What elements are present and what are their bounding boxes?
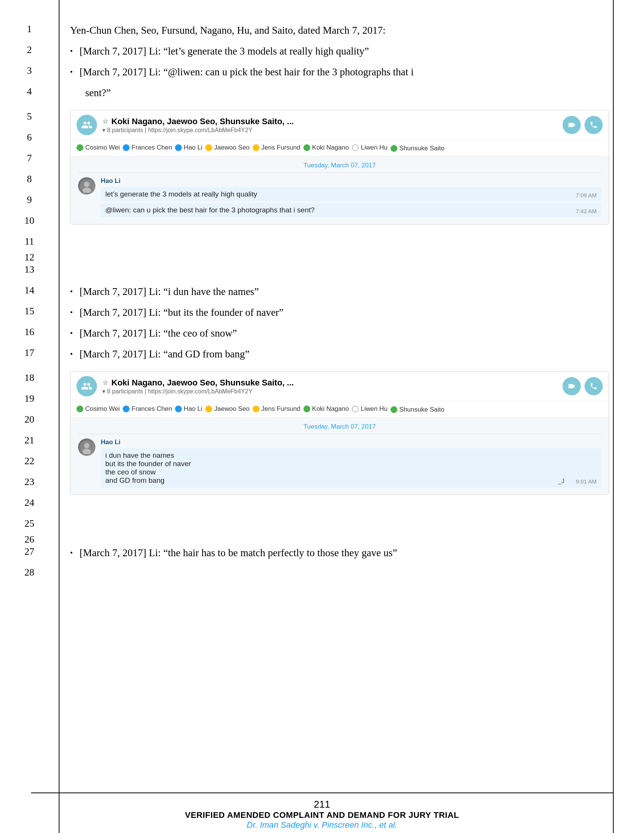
emoji-icon-2: _J	[558, 478, 564, 485]
line-num-5: 5	[27, 106, 32, 127]
chat-msg-2-1: but its the founder of naver	[105, 460, 597, 468]
status-liwen-hu-2	[352, 405, 359, 412]
line-row-27: 27 • [March 7, 2017] Li: “the hair has t…	[59, 545, 613, 566]
line-row-17: 17 • [March 7, 2017] Li: “and GD from ba…	[59, 346, 613, 367]
phone-icon-2	[589, 382, 598, 391]
video-call-btn-2[interactable]	[563, 377, 581, 395]
skype-avatar-2	[77, 376, 97, 396]
line-num-8: 8	[27, 169, 32, 189]
status-koki-nagano-2	[303, 405, 310, 412]
phone-call-btn-2[interactable]	[584, 377, 603, 395]
chat-message-group-2: Hao Li i dun have the names but its the …	[78, 439, 601, 489]
chat-multi-bubble-2: i dun have the names but its the founder…	[101, 448, 601, 488]
line-num-1: 1	[0, 23, 59, 35]
star-icon-1: ☆	[102, 117, 108, 126]
footer-title: VERIFIED AMENDED COMPLAINT AND DEMAND FO…	[31, 810, 613, 820]
line-num-10: 10	[25, 210, 34, 231]
chat-msg-2-3: and GD from bang	[105, 476, 164, 485]
participant-shunsuke-saito-2: Shunsuke Saito	[391, 406, 444, 413]
status-hao-li-1	[175, 144, 182, 151]
star-icon-2: ☆	[102, 379, 108, 387]
chat-bubble-1-1: @liwen: can u pick the best hair for the…	[101, 203, 601, 217]
status-jens-fursund-1	[253, 144, 259, 151]
group-icon-1	[81, 119, 92, 130]
line-num-16: 16	[0, 326, 59, 338]
hao-li-avatar-1	[78, 177, 95, 195]
status-cosimo-wei-1	[77, 144, 83, 151]
chat-time-emoji-row: _J 9:01 AM	[558, 478, 597, 485]
chat-sender-name-1: Hao Li	[101, 177, 601, 185]
line-num-9: 9	[27, 189, 32, 210]
content-area: 1 Yen-Chun Chen, Seo, Fursund, Nagano, H…	[59, 0, 613, 793]
bullet-text-15: [March 7, 2017] Li: “but its the founder…	[80, 305, 283, 320]
chat-messages-content-1: Hao Li let’s generate the 3 models at re…	[101, 177, 601, 219]
chat-bubble-text-1-1: @liwen: can u pick the best hair for the…	[105, 206, 315, 214]
participant-shunsuke-saito-1: Shunsuke Saito	[391, 145, 444, 152]
chat-messages-1: Tuesday, March 07, 2017	[71, 156, 609, 224]
line-nums-5-12: 5 6 7 8 9 10 11 12	[0, 106, 59, 263]
bullet-text-17: [March 7, 2017] Li: “and GD from bang”	[80, 346, 249, 362]
line-num-7: 7	[27, 148, 32, 169]
bullet-item-14: • [March 7, 2017] Li: “i dun have the na…	[70, 284, 609, 299]
hao-li-avatar-img-1	[78, 177, 95, 195]
status-shunsuke-saito-1	[391, 145, 398, 152]
bullet-dot-16: •	[70, 328, 73, 339]
participants-row-2: Cosimo Wei Frances Chen Hao Li Jaew	[71, 401, 609, 417]
line-num-18: 18	[25, 367, 34, 388]
status-jaewoo-seo-1	[205, 144, 212, 151]
line-num-20: 20	[25, 409, 34, 430]
participant-hao-li-2: Hao Li	[175, 404, 202, 413]
participant-frances-chen-2: Frances Chen	[123, 404, 172, 413]
hao-li-avatar-svg-1	[80, 179, 93, 193]
status-cosimo-wei-2	[77, 405, 83, 412]
chat-msg-2-0: i dun have the names	[105, 451, 597, 460]
page-container: 1 Yen-Chun Chen, Seo, Fursund, Nagano, H…	[0, 0, 644, 833]
line-num-27: 27	[0, 545, 59, 557]
participants-row-1: Cosimo Wei Frances Chen Hao Li Jaew	[71, 140, 609, 156]
line-row-3: 3 • [March 7, 2017] Li: “@liwen: can u p…	[59, 64, 613, 85]
bullet-dot-27: •	[70, 547, 73, 558]
status-jaewoo-seo-2	[205, 405, 212, 412]
bullet-dot-3: •	[70, 66, 73, 78]
participant-frances-chen-1: Frances Chen	[123, 143, 172, 152]
bullet-dot-14: •	[70, 286, 73, 297]
svg-point-1	[84, 182, 89, 187]
line-num-25: 25	[25, 513, 34, 534]
bullet-dot-15: •	[70, 307, 73, 318]
skype-header-info-1: ☆ Koki Nagano, Jaewoo Seo, Shunsuke Sait…	[102, 117, 557, 133]
status-frances-chen-2	[123, 405, 130, 412]
skype-box-1[interactable]: ☆ Koki Nagano, Jaewoo Seo, Shunsuke Sait…	[70, 110, 609, 225]
participant-jaewoo-seo-2: Jaewoo Seo	[205, 404, 250, 413]
bullet-item-17: • [March 7, 2017] Li: “and GD from bang”	[70, 346, 609, 362]
page-footer: 211 VERIFIED AMENDED COMPLAINT AND DEMAN…	[31, 793, 613, 833]
phone-icon-1	[589, 121, 598, 129]
bullet-item-3: • [March 7, 2017] Li: “@liwen: can u pic…	[70, 64, 609, 80]
line-content-27: • [March 7, 2017] Li: “the hair has to b…	[59, 545, 613, 561]
line-content-16: • [March 7, 2017] Li: “the ceo of snow”	[59, 326, 613, 341]
status-hao-li-2	[175, 405, 182, 412]
hao-li-avatar-svg-2	[80, 441, 93, 454]
chat-time-1-0: 7:09 AM	[576, 192, 597, 198]
line-row-28: 28	[59, 566, 613, 587]
participant-koki-nagano-1: Koki Nagano	[303, 143, 349, 152]
participant-jens-fursund-1: Jens Fursund	[253, 143, 300, 152]
chat-msg-2-2: the ceo of snow	[105, 468, 597, 476]
skype-title-row-2: ☆ Koki Nagano, Jaewoo Seo, Shunsuke Sait…	[102, 378, 557, 388]
phone-call-btn-1[interactable]	[584, 116, 603, 134]
skype-box-2[interactable]: ☆ Koki Nagano, Jaewoo Seo, Shunsuke Sait…	[70, 371, 609, 495]
skype-subtitle-text-1: 8 participants | https://join.skype.com/…	[107, 127, 252, 133]
skype-box-2-container: ☆ Koki Nagano, Jaewoo Seo, Shunsuke Sait…	[59, 367, 613, 545]
bullet-text-16: [March 7, 2017] Li: “the ceo of snow”	[80, 326, 237, 341]
bullet-item-16: • [March 7, 2017] Li: “the ceo of snow”	[70, 326, 609, 341]
participant-cosimo-wei-1: Cosimo Wei	[77, 143, 120, 152]
skype-subtitle-text-2: 8 participants | https://join.skype.com/…	[107, 388, 252, 394]
line-content-15: • [March 7, 2017] Li: “but its the found…	[59, 305, 613, 320]
video-call-btn-1[interactable]	[563, 116, 581, 134]
line-row-13: 13	[59, 263, 613, 284]
chat-messages-content-2: Hao Li i dun have the names but its the …	[101, 439, 601, 489]
chat-message-group-1: Hao Li let’s generate the 3 models at re…	[78, 177, 601, 219]
hao-li-avatar-2	[78, 439, 95, 456]
bullet-item-27: • [March 7, 2017] Li: “the hair has to b…	[70, 545, 609, 561]
participant-koki-nagano-2: Koki Nagano	[303, 404, 349, 413]
line-num-6: 6	[27, 127, 32, 148]
